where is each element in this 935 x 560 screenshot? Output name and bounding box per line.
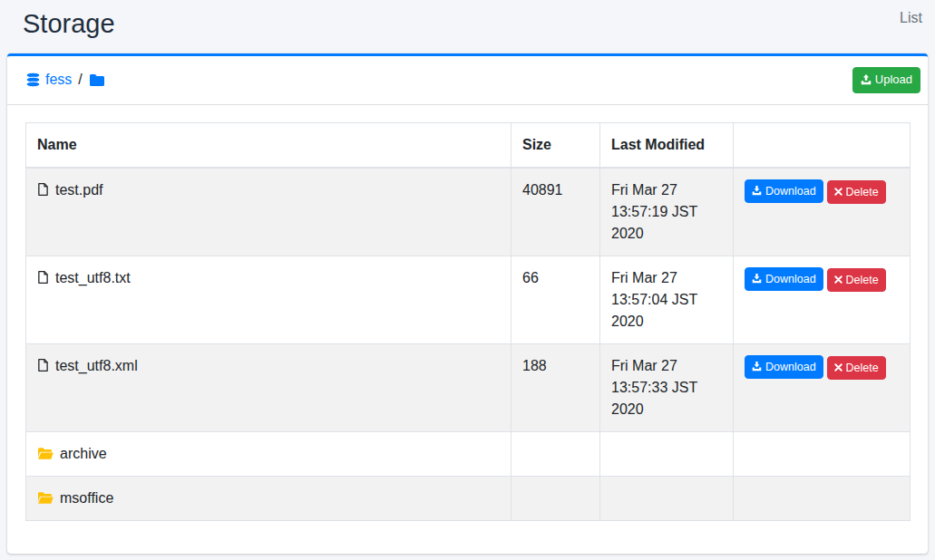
name-cell: msoffice xyxy=(26,476,511,520)
actions-cell: Download Delete xyxy=(734,256,911,343)
table-row: archive xyxy=(26,431,911,476)
content-header: Storage List xyxy=(0,0,935,53)
last-modified-cell: Fri Mar 27 13:57:19 JST 2020 xyxy=(600,168,734,256)
actions-cell: Download Delete xyxy=(734,343,911,431)
folder-link[interactable]: msoffice xyxy=(60,490,113,506)
table-row: test.pdf 40891 Fri Mar 27 13:57:19 JST 2… xyxy=(26,168,911,256)
last-modified-cell xyxy=(600,476,734,520)
download-icon xyxy=(752,274,762,284)
folder-open-icon xyxy=(37,491,54,505)
actions-cell xyxy=(734,476,911,520)
folder-open-icon xyxy=(37,447,54,460)
upload-icon xyxy=(861,74,872,85)
column-header-last-modified: Last Modified xyxy=(600,122,734,168)
breadcrumb-item-list: List xyxy=(900,10,922,25)
name-cell: test.pdf xyxy=(26,168,511,256)
path-separator: / xyxy=(78,72,82,88)
download-button[interactable]: Download xyxy=(745,355,823,379)
path-breadcrumb: fess / xyxy=(25,72,105,88)
actions-cell: Download Delete xyxy=(734,168,911,256)
table-header-row: Name Size Last Modified xyxy=(26,122,911,168)
download-icon xyxy=(752,186,762,196)
size-cell xyxy=(511,476,600,520)
column-header-actions xyxy=(734,122,911,168)
page-title: Storage xyxy=(23,7,115,40)
storage-table: Name Size Last Modified test.pdf xyxy=(25,122,911,521)
upload-button[interactable]: Upload xyxy=(852,67,920,93)
last-modified-cell: Fri Mar 27 13:57:33 JST 2020 xyxy=(600,343,734,431)
card-body: Name Size Last Modified test.pdf xyxy=(7,105,928,554)
times-icon xyxy=(834,363,842,372)
actions-cell xyxy=(734,431,911,476)
name-cell: test_utf8.xml xyxy=(26,343,511,431)
column-header-name: Name xyxy=(26,122,511,168)
download-button[interactable]: Download xyxy=(745,179,823,203)
name-cell: archive xyxy=(26,431,511,476)
delete-button[interactable]: Delete xyxy=(827,356,886,380)
download-icon xyxy=(752,362,762,372)
size-cell xyxy=(511,431,600,476)
upload-button-label: Upload xyxy=(875,72,912,89)
delete-button[interactable]: Delete xyxy=(827,180,886,204)
storage-card: fess / Upload N xyxy=(7,53,928,554)
size-cell: 66 xyxy=(511,256,600,343)
last-modified-cell: Fri Mar 27 13:57:04 JST 2020 xyxy=(600,256,734,343)
download-button-label: Download xyxy=(765,271,816,287)
database-icon xyxy=(25,72,41,87)
file-name: test_utf8.xml xyxy=(55,358,138,373)
breadcrumb: List xyxy=(900,7,922,26)
last-modified-cell xyxy=(600,431,734,476)
times-icon xyxy=(834,188,842,196)
delete-button[interactable]: Delete xyxy=(827,268,886,292)
download-button[interactable]: Download xyxy=(745,267,823,291)
name-cell: test_utf8.txt xyxy=(26,256,511,343)
size-cell: 188 xyxy=(511,343,600,431)
table-row: msoffice xyxy=(26,476,911,520)
delete-button-label: Delete xyxy=(846,360,879,376)
column-header-size: Size xyxy=(511,122,600,168)
bucket-link[interactable]: fess xyxy=(45,72,72,88)
file-icon xyxy=(37,270,49,285)
folder-link[interactable]: archive xyxy=(60,446,107,461)
times-icon xyxy=(834,275,842,284)
folder-icon xyxy=(89,73,105,87)
file-name: test_utf8.txt xyxy=(55,270,131,285)
file-icon xyxy=(37,358,49,372)
size-cell: 40891 xyxy=(511,168,600,256)
file-name: test.pdf xyxy=(55,182,102,198)
table-row: test_utf8.txt 66 Fri Mar 27 13:57:04 JST… xyxy=(26,256,911,343)
card-header: fess / Upload xyxy=(7,56,928,105)
file-icon xyxy=(37,182,49,197)
delete-button-label: Delete xyxy=(846,184,879,200)
download-button-label: Download xyxy=(765,359,816,375)
download-button-label: Download xyxy=(765,183,816,199)
table-row: test_utf8.xml 188 Fri Mar 27 13:57:33 JS… xyxy=(26,343,911,431)
delete-button-label: Delete xyxy=(846,272,879,288)
